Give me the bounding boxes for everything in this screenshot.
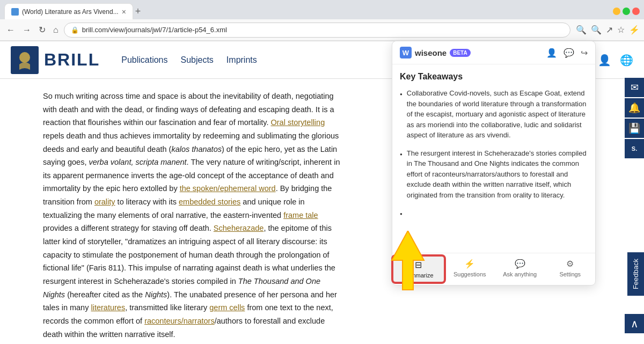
browser-icons: 🔍 🔍 ↗ ☆ ⚡	[576, 25, 640, 35]
share-icon[interactable]: ↗	[606, 25, 613, 35]
wiseone-name: wiseone	[415, 48, 447, 57]
verba-volant: verba volant, scripta manent	[89, 158, 186, 166]
window-controls	[613, 8, 640, 15]
text-sidebar-button[interactable]: S.	[625, 139, 644, 158]
beta-badge: BETA	[450, 49, 470, 57]
globe-icon-button[interactable]: 🌐	[620, 54, 633, 67]
forward-button[interactable]: →	[20, 24, 33, 36]
oral-storytelling-link[interactable]: Oral storytelling	[270, 118, 325, 127]
settings-label: Settings	[559, 271, 581, 277]
subjects-nav-item[interactable]: Subjects	[180, 55, 213, 65]
address-bar[interactable]: 🔒 brill.com/view/journals/jwl/7/1/articl…	[64, 23, 570, 38]
settings-tab[interactable]: ⚙ Settings	[545, 255, 596, 283]
bell-icon: 🔔	[628, 102, 640, 114]
email-icon: ✉	[631, 82, 639, 93]
embedded-stories-link[interactable]: embedded stories	[179, 197, 240, 206]
save-icon: 💾	[628, 122, 640, 134]
takeaway-text-1: Collaborative Covid-novels, such as Esca…	[407, 88, 588, 141]
exit-icon[interactable]: ↪	[581, 48, 588, 58]
zoom-in-icon[interactable]: 🔍	[591, 25, 602, 35]
wiseone-header-icons: 👤 💬 ↪	[546, 48, 588, 58]
back-button[interactable]: ←	[4, 24, 17, 36]
tab-close-button[interactable]: ×	[122, 8, 126, 16]
suggestions-tab[interactable]: ⚡ Suggestions	[445, 255, 495, 283]
suggestions-label: Suggestions	[453, 271, 486, 277]
save-sidebar-button[interactable]: 💾	[625, 119, 644, 138]
wiseone-body: Key Takeaways ● Collaborative Covid-nove…	[392, 64, 595, 253]
active-tab[interactable]: (World) Literature as Ars Vivend... ×	[4, 3, 133, 19]
text-icon: S.	[632, 145, 637, 152]
close-window-button[interactable]	[632, 8, 640, 15]
browser-chrome: (World) Literature as Ars Vivend... × + …	[0, 0, 644, 41]
chat-icon[interactable]: 💬	[564, 48, 574, 58]
search-browser-icon[interactable]: 🔍	[576, 25, 587, 35]
ask-anything-tab[interactable]: 💬 Ask anything	[495, 255, 545, 283]
takeaway-item-2: ● The resurgent interest in Scheherazade…	[400, 148, 588, 201]
user-profile-icon[interactable]: 👤	[546, 48, 557, 58]
minimize-button[interactable]	[613, 8, 620, 15]
site-name: BRILL	[44, 50, 100, 70]
lightning-icon[interactable]: ⚡	[629, 25, 640, 35]
yellow-arrow-svg	[386, 231, 429, 295]
notification-sidebar-button[interactable]: 🔔	[625, 98, 644, 118]
takeaway-list: ● Collaborative Covid-novels, such as Es…	[400, 88, 588, 238]
frame-tale-link[interactable]: frame tale	[283, 211, 318, 219]
bookmark-icon[interactable]: ☆	[617, 25, 625, 35]
article-content: So much writing across time and space is…	[0, 79, 386, 344]
takeaway-text-2: The resurgent interest in Scheherazade's…	[407, 148, 588, 201]
orality-link[interactable]: orality	[94, 197, 115, 206]
brill-logo: BRILL	[11, 46, 100, 74]
imprints-nav-item[interactable]: Imprints	[226, 55, 257, 65]
wiseone-logo: W wiseone BETA	[400, 47, 471, 58]
new-tab-button[interactable]: +	[135, 6, 141, 17]
wiseone-logo-letter: W	[400, 47, 412, 58]
tab-favicon	[11, 8, 19, 16]
article-paragraph: So much writing across time and space is…	[43, 90, 343, 341]
svg-point-0	[19, 52, 30, 63]
settings-icon: ⚙	[566, 259, 574, 269]
brill-emblem	[11, 46, 39, 74]
germ-cells-link[interactable]: germ cells	[209, 303, 245, 312]
chevron-up-icon: ∧	[631, 317, 639, 330]
raconteurs-link[interactable]: raconteurs/narrators	[144, 317, 215, 325]
ask-label: Ask anything	[503, 271, 537, 277]
publications-nav-item[interactable]: Publications	[121, 55, 167, 65]
tab-title: (World) Literature as Ars Vivend...	[22, 8, 119, 16]
email-sidebar-button[interactable]: ✉	[625, 78, 644, 97]
literatures-link[interactable]: literatures	[91, 303, 125, 312]
home-button[interactable]: ⌂	[51, 24, 61, 36]
globe-icon: 🌐	[620, 54, 633, 66]
nav-bar: ← → ↻ ⌂ 🔒 brill.com/view/journals/jwl/7/…	[0, 19, 644, 41]
right-sidebar: ✉ 🔔 💾 S.	[625, 78, 644, 158]
refresh-button[interactable]: ↻	[36, 24, 48, 36]
kalos-thanatos: kalos thanatos	[171, 145, 222, 153]
nights-ref: Nights	[145, 290, 167, 299]
thousand-nights-ref: The Thousand and One Nights	[43, 277, 320, 299]
svg-marker-1	[392, 231, 424, 290]
spoken-word-link[interactable]: the spoken/ephemeral word	[180, 184, 276, 193]
key-takeaways-title: Key Takeaways	[400, 72, 588, 82]
bullet-2: ●	[400, 151, 402, 201]
url-text: brill.com/view/journals/jwl/7/1/article-…	[82, 26, 564, 34]
bullet-1: ●	[400, 91, 402, 141]
scroll-top-button[interactable]: ∧	[625, 314, 644, 333]
user-icon-button[interactable]: 👤	[598, 54, 611, 67]
lock-icon: 🔒	[71, 26, 79, 34]
user-icon: 👤	[598, 54, 611, 66]
wiseone-header: W wiseone BETA 👤 💬 ↪	[392, 41, 595, 64]
maximize-button[interactable]	[623, 8, 630, 15]
suggestions-icon: ⚡	[464, 259, 475, 269]
takeaway-item-1: ● Collaborative Covid-novels, such as Es…	[400, 88, 588, 141]
tab-bar: (World) Literature as Ars Vivend... × +	[0, 0, 644, 19]
scheherazade-link[interactable]: Scheherazade	[214, 224, 264, 232]
arrow-annotation	[386, 231, 429, 297]
ask-icon: 💬	[515, 259, 525, 269]
feedback-button[interactable]: Feedback	[627, 252, 644, 296]
